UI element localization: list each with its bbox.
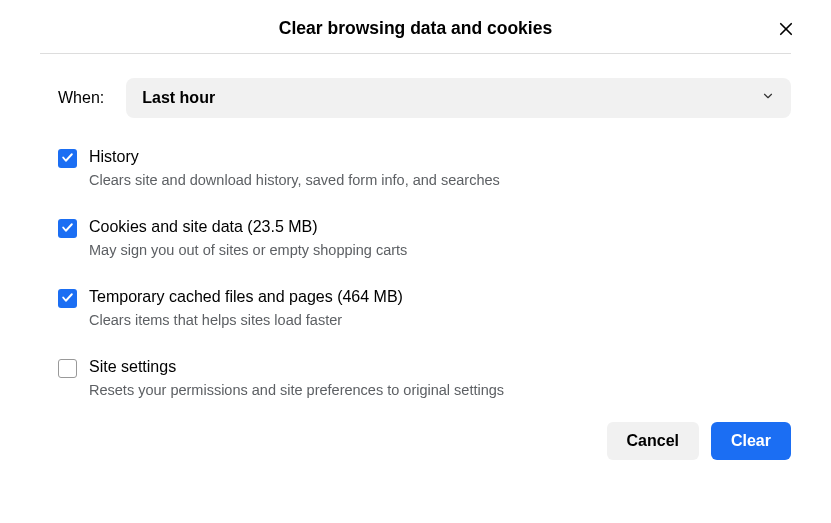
option-description: Resets your permissions and site prefere… — [89, 382, 791, 398]
dialog-footer: Cancel Clear — [40, 422, 791, 460]
options-list: History Clears site and download history… — [40, 148, 791, 398]
when-label: When: — [58, 89, 104, 107]
dialog-header: Clear browsing data and cookies — [40, 18, 791, 54]
checkbox-site-settings[interactable] — [58, 359, 77, 378]
checkbox-history[interactable] — [58, 149, 77, 168]
option-text: Temporary cached files and pages (464 MB… — [89, 288, 791, 328]
when-select[interactable]: Last hour — [126, 78, 791, 118]
option-cache: Temporary cached files and pages (464 MB… — [58, 288, 791, 328]
checkmark-icon — [61, 150, 74, 168]
option-description: Clears site and download history, saved … — [89, 172, 791, 188]
checkmark-icon — [61, 290, 74, 308]
close-icon — [777, 20, 795, 41]
checkbox-cache[interactable] — [58, 289, 77, 308]
option-description: May sign you out of sites or empty shopp… — [89, 242, 791, 258]
close-button[interactable] — [773, 16, 799, 45]
option-label: Temporary cached files and pages (464 MB… — [89, 288, 791, 306]
option-text: Cookies and site data (23.5 MB) May sign… — [89, 218, 791, 258]
option-description: Clears items that helps sites load faste… — [89, 312, 791, 328]
option-label: Site settings — [89, 358, 791, 376]
when-select-value: Last hour — [142, 89, 215, 107]
option-history: History Clears site and download history… — [58, 148, 791, 188]
option-site-settings: Site settings Resets your permissions an… — [58, 358, 791, 398]
clear-browsing-data-dialog: Clear browsing data and cookies When: La… — [0, 0, 831, 480]
option-label: History — [89, 148, 791, 166]
option-label: Cookies and site data (23.5 MB) — [89, 218, 791, 236]
checkmark-icon — [61, 220, 74, 238]
dialog-title: Clear browsing data and cookies — [279, 18, 552, 39]
chevron-down-icon — [761, 89, 775, 107]
option-text: Site settings Resets your permissions an… — [89, 358, 791, 398]
cancel-button[interactable]: Cancel — [607, 422, 699, 460]
when-row: When: Last hour — [40, 78, 791, 118]
option-cookies: Cookies and site data (23.5 MB) May sign… — [58, 218, 791, 258]
clear-button[interactable]: Clear — [711, 422, 791, 460]
option-text: History Clears site and download history… — [89, 148, 791, 188]
checkbox-cookies[interactable] — [58, 219, 77, 238]
